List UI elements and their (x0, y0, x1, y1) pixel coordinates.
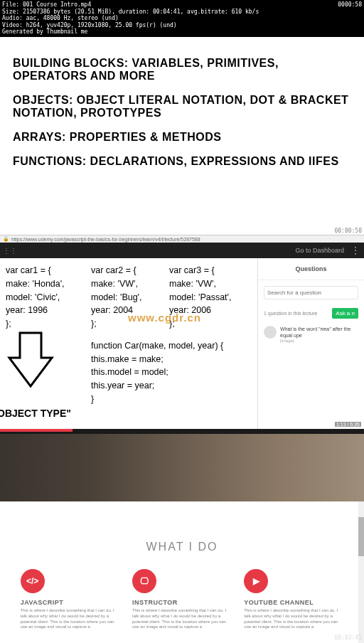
dashboard-link[interactable]: Go to Dashboard (295, 247, 344, 254)
lock-icon: 🔒 (3, 236, 9, 242)
slide-heading-1: BUILDING BLOCKS: VARIABLES, PRIMITIVES, … (13, 57, 351, 83)
youtube-icon: ▶ (244, 569, 268, 593)
code-line: model: 'Passat', (169, 291, 231, 304)
code-line: this.model = model; (91, 366, 252, 379)
question-search-wrap (258, 280, 364, 305)
object-type-label: OBJECT TYPE" (0, 408, 71, 419)
file-size: Size: 21507386 bytes (20.51 MiB), durati… (2, 9, 362, 16)
scrollbar[interactable] (358, 501, 364, 643)
ask-question-button[interactable]: Ask a n (332, 308, 358, 319)
slide-heading-4: FUNCTIONS: DECLARATIONS, EXPRESSIONS AND… (13, 155, 351, 168)
hero-image (0, 434, 364, 501)
code-line: make: 'VW', (91, 277, 169, 291)
scrollbar-thumb[interactable] (358, 517, 364, 556)
question-search-input[interactable] (264, 286, 358, 299)
code-line: function Car(make, model, year) { (91, 339, 252, 353)
arrow-icon (6, 329, 55, 393)
questions-panel: Questions 1 question in this lecture Ask… (257, 258, 364, 429)
udemy-header: ⋮⋮⋮ Go to Dashboard ⋮ (0, 243, 364, 258)
question-count: 1 question in this lecture (264, 311, 318, 316)
question-item[interactable]: What is the word "new" after the equal o… (258, 322, 364, 347)
title-slide: BUILDING BLOCKS: VARIABLES, PRIMITIVES, … (0, 37, 364, 186)
skill-heading: YOUTUBE CHANNEL (244, 599, 343, 606)
section-title: WHAT I DO (0, 541, 364, 553)
questions-heading: Questions (258, 258, 364, 280)
question-count-row: 1 question in this lecture Ask a n (258, 305, 364, 322)
browser-window: 🔒 https://www.udemy.com/javascript-the-b… (0, 235, 364, 434)
avatar (264, 326, 277, 339)
skill-heading: INSTRUCTOR (132, 599, 232, 606)
skill-text: This is where I describe something that … (21, 608, 120, 630)
url-text: https://www.udemy.com/javascript-the-bas… (11, 237, 200, 242)
code-line: var car3 = { (169, 264, 231, 277)
code-column-2: var car2 = { make: 'VW', model: 'Bug', y… (88, 264, 255, 423)
file-name: File: 001 Course Intro.mp4 (2, 1, 362, 9)
skill-card-instructor: 🖵 INSTRUCTOR This is where I describe so… (132, 569, 232, 630)
address-bar[interactable]: 🔒 https://www.udemy.com/javascript-the-b… (0, 235, 364, 243)
file-generator: Generated by Thumbnail me (2, 28, 362, 36)
skill-card-youtube: ▶ YOUTUBE CHANNEL This is where I descri… (244, 569, 343, 630)
file-audio: Audio: aac, 48000 Hz, stereo (und) (2, 15, 362, 22)
skill-text: This is where I describe something that … (132, 608, 232, 630)
thumb-timecode-2: 00:03:45 (334, 634, 362, 641)
slide-heading-3: ARRAYS: PROPERTIES & METHODS (13, 131, 351, 144)
code-line: var car1 = { (6, 264, 85, 277)
code-line: } (91, 393, 252, 406)
code-line: this.make = make; (91, 353, 252, 366)
question-text: What is the word "new" after the equal o… (280, 326, 358, 339)
video-time: 1:13 / 6:26 (335, 422, 361, 427)
code-slide: var car1 = { make: 'Honda', model: 'Civi… (0, 258, 257, 429)
question-attachment: [image] (280, 339, 358, 343)
file-video: Video: h264, yuv420p, 1920x1080, 25.00 f… (2, 22, 362, 29)
file-metadata: File: 001 Course Intro.mp4 Size: 2150738… (0, 0, 364, 37)
progress-bar-fill (0, 429, 73, 432)
code-line: this.year = year; (91, 379, 252, 393)
presentation-icon: 🖵 (132, 569, 156, 593)
slide-heading-2: OBJECTS: OBJECT LITERAL NOTATION, DOT & … (13, 94, 351, 119)
file-top-timestamp: 0000:58 (338, 1, 362, 9)
code-line: model: 'Civic', (6, 291, 85, 304)
video-progress[interactable]: 1:13 / 6:26 (0, 429, 364, 432)
code-line: }; (6, 317, 85, 331)
watermark: www.cgdr.cn (128, 312, 201, 324)
grid-icon[interactable]: ⋮⋮⋮ (0, 247, 17, 255)
code-line: year: 1996 (6, 304, 85, 317)
skill-card-js: </> JAVASCRIPT This is where I describe … (21, 569, 120, 630)
more-icon[interactable]: ⋮ (351, 245, 360, 255)
code-icon: </> (21, 569, 45, 593)
code-line: make: 'Honda', (6, 277, 85, 291)
code-line: make: 'VW', (169, 277, 231, 291)
skill-text: This is where I describe something that … (244, 608, 343, 630)
skill-heading: JAVASCRIPT (21, 599, 120, 606)
lecture-content: var car1 = { make: 'Honda', model: 'Civi… (0, 258, 364, 429)
thumb-timecode-1: 00:00:50 (334, 228, 362, 234)
what-i-do-section: WHAT I DO </> JAVASCRIPT This is where I… (0, 541, 364, 630)
code-line: model: 'Bug', (91, 291, 169, 304)
code-line: var car2 = { (91, 264, 169, 277)
